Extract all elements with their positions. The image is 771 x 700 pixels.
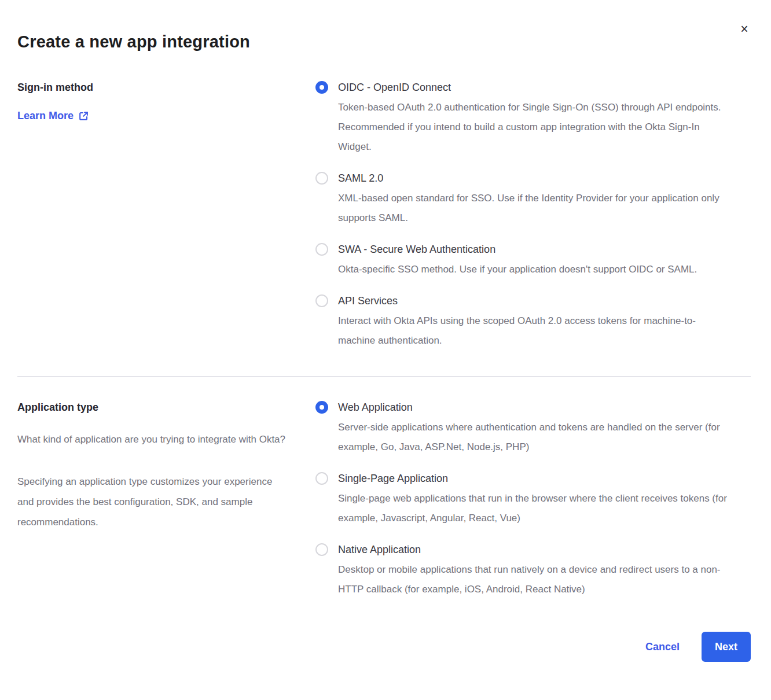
radio-option-web-application[interactable]: Web Application Server-side applications… bbox=[315, 400, 729, 457]
create-app-integration-dialog: Create a new app integration Sign-in met… bbox=[0, 32, 771, 662]
application-type-section: Application type What kind of applicatio… bbox=[17, 400, 751, 599]
section-divider bbox=[17, 376, 751, 377]
radio-icon[interactable] bbox=[315, 172, 328, 185]
radio-icon[interactable] bbox=[315, 401, 328, 414]
cancel-button[interactable]: Cancel bbox=[645, 641, 680, 653]
option-description: Interact with Okta APIs using the scoped… bbox=[338, 311, 729, 351]
option-description: Server-side applications where authentic… bbox=[338, 418, 729, 457]
option-description: Token-based OAuth 2.0 authentication for… bbox=[338, 98, 729, 157]
option-label: SWA - Secure Web Authentication bbox=[338, 242, 729, 257]
radio-option-saml[interactable]: SAML 2.0 XML-based open standard for SSO… bbox=[315, 171, 729, 228]
option-label: Single-Page Application bbox=[338, 471, 729, 486]
next-button[interactable]: Next bbox=[702, 632, 751, 662]
radio-option-native-application[interactable]: Native Application Desktop or mobile app… bbox=[315, 543, 729, 599]
signin-method-section: Sign-in method Learn More OIDC - OpenID … bbox=[17, 80, 751, 351]
option-label: OIDC - OpenID Connect bbox=[338, 80, 729, 95]
signin-method-label: Sign-in method bbox=[17, 80, 315, 94]
option-label: Web Application bbox=[338, 400, 729, 415]
radio-icon[interactable] bbox=[315, 543, 328, 556]
option-description: XML-based open standard for SSO. Use if … bbox=[338, 189, 729, 228]
dialog-footer: Cancel Next bbox=[17, 632, 751, 662]
radio-icon[interactable] bbox=[315, 472, 328, 485]
application-type-label: Application type bbox=[17, 400, 315, 414]
application-type-explanation: Specifying an application type customize… bbox=[17, 471, 284, 532]
option-label: Native Application bbox=[338, 543, 729, 557]
application-type-question: What kind of application are you trying … bbox=[17, 429, 295, 450]
radio-option-single-page-application[interactable]: Single-Page Application Single-page web … bbox=[315, 471, 729, 528]
radio-option-swa[interactable]: SWA - Secure Web Authentication Okta-spe… bbox=[315, 242, 729, 279]
radio-icon[interactable] bbox=[315, 294, 328, 307]
external-link-icon bbox=[78, 110, 89, 121]
learn-more-label: Learn More bbox=[17, 110, 74, 122]
option-label: API Services bbox=[338, 294, 729, 308]
option-label: SAML 2.0 bbox=[338, 171, 729, 186]
close-icon[interactable]: × bbox=[736, 21, 752, 37]
option-description: Desktop or mobile applications that run … bbox=[338, 560, 729, 599]
radio-icon[interactable] bbox=[315, 81, 328, 94]
option-description: Single-page web applications that run in… bbox=[338, 489, 729, 528]
radio-option-oidc[interactable]: OIDC - OpenID Connect Token-based OAuth … bbox=[315, 80, 729, 157]
page-title: Create a new app integration bbox=[17, 32, 751, 51]
learn-more-link[interactable]: Learn More bbox=[17, 110, 89, 122]
radio-option-api-services[interactable]: API Services Interact with Okta APIs usi… bbox=[315, 294, 729, 351]
radio-icon[interactable] bbox=[315, 243, 328, 256]
option-description: Okta-specific SSO method. Use if your ap… bbox=[338, 260, 729, 279]
